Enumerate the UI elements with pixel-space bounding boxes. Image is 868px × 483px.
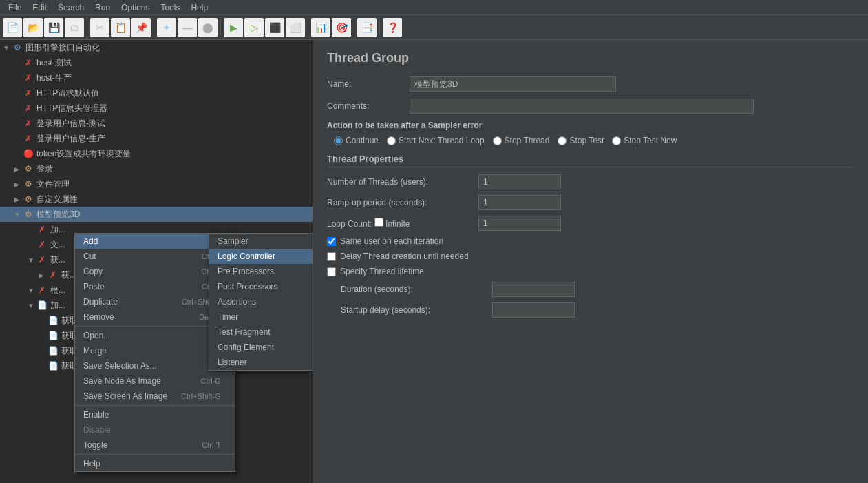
stop-remote-button[interactable]: ⬜ (286, 18, 305, 37)
action-section: Action to be taken after a Sampler error… (327, 121, 854, 145)
add-post-processors[interactable]: Post Processors ▶ (209, 279, 313, 294)
add-timer-label: Timer (218, 312, 238, 322)
action-label: Action to be taken after a Sampler error (327, 121, 854, 130)
add-button[interactable]: ＋ (157, 18, 176, 37)
menu-run[interactable]: Run (89, 1, 116, 14)
add-test-fragment[interactable]: Test Fragment ▶ (209, 325, 313, 340)
prop-loop-label: Loop Count: Infinite (327, 218, 478, 229)
add-logic-arrow: ▶ (313, 253, 313, 260)
record-button[interactable]: 🎯 (332, 18, 351, 37)
ctx-disable-label: Disable (83, 425, 111, 435)
sep-5 (354, 20, 354, 35)
menu-search[interactable]: Search (52, 1, 89, 14)
clear-button[interactable]: ⬤ (198, 18, 218, 37)
radio-stop-test-label: Stop Test (569, 136, 604, 145)
menu-edit[interactable]: Edit (27, 1, 52, 14)
monitor-button[interactable]: 📊 (311, 18, 330, 37)
copy-button[interactable]: 📋 (111, 18, 130, 37)
ctx-savenodeimg-label: Save Node As Image (83, 376, 161, 386)
name-input[interactable] (410, 76, 616, 92)
radio-stop-thread[interactable]: Stop Thread (493, 136, 550, 145)
run-remote-button[interactable]: ▷ (244, 18, 264, 37)
add-sampler-label: Sampler (218, 236, 248, 246)
template-button[interactable]: 📑 (357, 18, 377, 37)
infinite-checkbox[interactable] (374, 218, 383, 227)
menu-options[interactable]: Options (116, 1, 155, 14)
ctx-cut-label: Cut (83, 251, 96, 261)
stop-button[interactable]: ⬛ (265, 18, 284, 37)
main-layout: ▼ ⚙ 图形引擎接口自动化 ✗ host-测试 ✗ host-生产 ✗ HTTP… (0, 40, 868, 483)
add-assert-label: Assertions (218, 297, 256, 307)
radio-stop-thread-label: Stop Thread (505, 136, 550, 145)
panel-title: Thread Group (327, 51, 854, 65)
help-button[interactable]: ❓ (383, 18, 402, 37)
add-pre-arrow: ▶ (313, 268, 313, 276)
add-timer[interactable]: Timer ▶ (209, 309, 313, 325)
radio-stop-test-now-label: Stop Test Now (624, 136, 677, 145)
radio-group: Continue Start Next Thread Loop Stop Thr… (334, 136, 854, 145)
menubar: File Edit Search Run Options Tools Help (0, 0, 868, 15)
radio-stop-test-input[interactable] (558, 136, 567, 145)
sep-3 (220, 20, 221, 35)
ctx-paste-label: Paste (83, 282, 105, 291)
ctx-savesel-label: Save Selection As... (83, 361, 157, 371)
ctx-disable: Disable (75, 422, 235, 438)
comments-input[interactable] (410, 99, 754, 114)
add-pre-processors[interactable]: Pre Processors ▶ (209, 264, 313, 279)
radio-continue-input[interactable] (334, 136, 343, 145)
open-button[interactable]: 📂 (23, 18, 43, 37)
checkbox-same-user: Same user on each iteration (327, 236, 854, 246)
add-assertions[interactable]: Assertions ▶ (209, 294, 313, 309)
new-button[interactable]: 📄 (3, 18, 22, 37)
prop-duration-input[interactable] (492, 282, 575, 297)
radio-continue-label: Continue (346, 136, 379, 145)
add-assert-arrow: ▶ (313, 298, 313, 306)
ctx-enable[interactable]: Enable (75, 407, 235, 422)
specify-lifetime-checkbox[interactable] (327, 267, 336, 276)
radio-stop-test-now[interactable]: Stop Test Now (612, 136, 677, 145)
radio-next-thread-label: Start Next Thread Loop (399, 136, 485, 145)
save-all-button[interactable]: 🗂 (65, 18, 84, 37)
radio-continue[interactable]: Continue (334, 136, 379, 145)
prop-threads-input[interactable] (478, 174, 561, 189)
add-sampler[interactable]: Sampler ▶ (209, 234, 313, 249)
context-overlay: Add ▶ Cut Ctrl-X Copy Ctrl-C Paste Ctrl-… (0, 40, 313, 483)
cut-button[interactable]: ✂ (90, 18, 109, 37)
add-testfrag-label: Test Fragment (218, 327, 271, 337)
ctx-toggle[interactable]: Toggle Ctrl-T (75, 438, 235, 453)
paste-button[interactable]: 📌 (131, 18, 151, 37)
save-button[interactable]: 💾 (44, 18, 63, 37)
radio-next-thread-input[interactable] (387, 136, 396, 145)
add-logic-controller[interactable]: Logic Controller ▶ (209, 249, 313, 264)
run-button[interactable]: ▶ (224, 18, 243, 37)
prop-ramp-input[interactable] (478, 195, 561, 210)
add-listener[interactable]: Listener ▶ (209, 355, 313, 370)
ctx-copy-label: Copy (83, 267, 103, 276)
same-user-checkbox[interactable] (327, 237, 336, 246)
add-config-label: Config Element (218, 342, 274, 352)
radio-stop-test-now-input[interactable] (612, 136, 621, 145)
menu-file[interactable]: File (3, 1, 27, 14)
prop-startup-delay-input[interactable] (492, 302, 575, 318)
ctx-save-node-image[interactable]: Save Node As Image Ctrl-G (75, 373, 235, 389)
radio-next-thread[interactable]: Start Next Thread Loop (387, 136, 485, 145)
prop-loop-input[interactable] (478, 216, 561, 231)
radio-stop-thread-input[interactable] (493, 136, 502, 145)
add-config-element[interactable]: Config Element ▶ (209, 340, 313, 355)
ctx-help[interactable]: Help (75, 456, 235, 471)
content-panel: Thread Group Name: Comments: Action to b… (313, 40, 868, 483)
ctx-save-screen-image[interactable]: Save Screen As Image Ctrl+Shift-G (75, 389, 235, 404)
delay-thread-checkbox[interactable] (327, 252, 336, 261)
sep-1 (87, 20, 87, 35)
ctx-enable-label: Enable (83, 410, 109, 420)
comments-row: Comments: (327, 99, 854, 114)
ctx-add-label: Add (83, 236, 98, 246)
minus-button[interactable]: — (178, 18, 197, 37)
menu-help[interactable]: Help (185, 1, 213, 14)
radio-stop-test[interactable]: Stop Test (558, 136, 604, 145)
menu-tools[interactable]: Tools (155, 1, 185, 14)
add-pre-label: Pre Processors (218, 267, 274, 276)
prop-threads-label: Number of Threads (users): (327, 177, 478, 187)
sep-6 (379, 20, 380, 35)
ctx-remove-label: Remove (83, 312, 114, 322)
